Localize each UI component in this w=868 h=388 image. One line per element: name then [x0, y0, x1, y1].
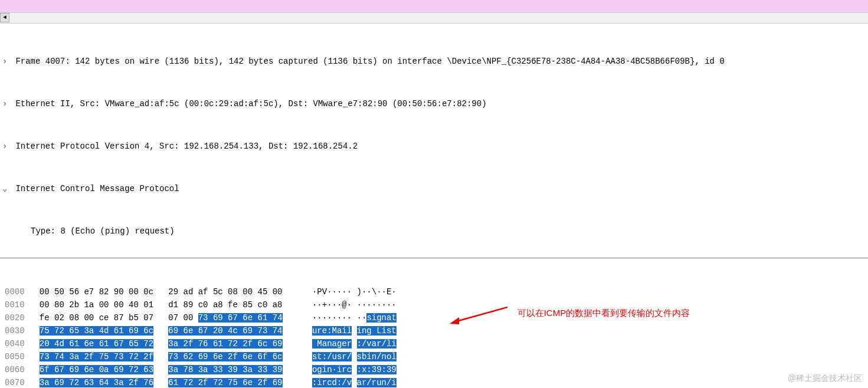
- hex-bytes: d1 89 c0 a8 fe 85 c0 a8: [168, 300, 282, 310]
- hex-row[interactable]: 0070 3a 69 72 63 64 3a 2f 76 61 72 2f 72…: [0, 376, 868, 388]
- hex-offset: 0040: [5, 339, 25, 348]
- hex-bytes: 29 ad af 5c 08 00 45 00: [168, 287, 282, 297]
- svg-marker-3: [450, 317, 459, 324]
- arrow-annotation-icon: [448, 304, 507, 328]
- hex-bytes-highlighted: 75 72 65 3a 4d 61 69 6c: [40, 326, 153, 336]
- hex-offset: 0010: [5, 300, 25, 310]
- chevron-down-icon[interactable]: ⌄: [2, 182, 11, 196]
- hex-ascii-highlighted: :x:39:39: [357, 365, 397, 374]
- chevron-right-icon[interactable]: ›: [2, 97, 11, 111]
- horizontal-scrollbar[interactable]: ◄: [0, 13, 868, 24]
- hex-row[interactable]: 0040 20 4d 61 6e 61 67 65 72 3a 2f 76 61…: [0, 337, 868, 350]
- hex-ascii-highlighted: ing List: [357, 326, 397, 336]
- hex-offset: 0020: [5, 313, 25, 323]
- tree-ethernet[interactable]: › Ethernet II, Src: VMware_ad:af:5c (00:…: [0, 97, 868, 111]
- annotation-callout: 可以在ICMP的数据中看到要传输的文件内容: [507, 294, 690, 346]
- hex-offset: 0060: [5, 365, 25, 374]
- hex-ascii-highlighted: st:/usr/: [312, 352, 352, 361]
- hex-bytes-highlighted: 20 4d 61 6e 61 67 65 72: [40, 339, 153, 348]
- packet-details-pane[interactable]: › Frame 4007: 142 bytes on wire (1136 bi…: [0, 24, 868, 258]
- tree-icmp[interactable]: ⌄ Internet Control Message Protocol: [0, 182, 868, 196]
- hex-offset: 0030: [5, 326, 25, 336]
- hex-bytes: 07 00: [168, 313, 198, 323]
- hex-ascii-highlighted: :ircd:/v: [312, 378, 352, 387]
- hex-bytes: 00 80 2b 1a 00 00 40 01: [40, 300, 153, 310]
- hex-bytes-highlighted: 3a 69 72 63 64 3a 2f 76: [40, 378, 153, 387]
- hex-ascii: ········: [312, 313, 352, 323]
- hex-offset: 0000: [5, 287, 25, 297]
- hex-ascii-highlighted: :/var/li: [357, 339, 397, 348]
- hex-bytes: 00 50 56 e7 82 90 00 0c: [40, 287, 153, 297]
- svg-line-2: [454, 307, 507, 322]
- hex-row[interactable]: 0000 00 50 56 e7 82 90 00 0c 29 ad af 5c…: [0, 285, 868, 298]
- hex-ascii-highlighted: Manager: [312, 339, 352, 348]
- hex-bytes-highlighted: 73 62 69 6e 2f 6e 6f 6c: [168, 352, 282, 361]
- chevron-right-icon[interactable]: ›: [2, 54, 11, 68]
- icmp-type[interactable]: Type: 8 (Echo (ping) request): [0, 224, 868, 238]
- hex-row[interactable]: 0060 6f 67 69 6e 0a 69 72 63 3a 78 3a 33…: [0, 363, 868, 376]
- hex-bytes-highlighted: 6f 67 69 6e 0a 69 72 63: [40, 365, 153, 374]
- hex-bytes-highlighted: 3a 78 3a 33 39 3a 33 39: [168, 365, 282, 374]
- hex-ascii-highlighted: signat: [366, 313, 396, 323]
- hex-ascii-highlighted: ure:Mail: [312, 326, 352, 336]
- hex-ascii: ········: [357, 300, 397, 310]
- hex-bytes-highlighted: 73 74 3a 2f 75 73 72 2f: [40, 352, 153, 361]
- chevron-right-icon[interactable]: ›: [2, 139, 11, 153]
- scroll-left-button[interactable]: ◄: [0, 13, 9, 22]
- hex-dump-pane[interactable]: 0000 00 50 56 e7 82 90 00 0c 29 ad af 5c…: [0, 258, 868, 388]
- hex-ascii: ··: [357, 313, 367, 323]
- hex-ascii: )··\··E·: [357, 287, 397, 297]
- hex-row[interactable]: 0050 73 74 3a 2f 75 73 72 2f 73 62 69 6e…: [0, 350, 868, 363]
- hex-ascii: ··+···@·: [312, 300, 352, 310]
- hex-ascii: ·PV·····: [312, 287, 352, 297]
- watermark: @稀土掘金技术社区: [788, 371, 862, 384]
- hex-bytes-highlighted: 61 72 2f 72 75 6e 2f 69: [168, 378, 282, 387]
- tree-ip[interactable]: › Internet Protocol Version 4, Src: 192.…: [0, 139, 868, 153]
- hex-bytes-highlighted: 73 69 67 6e 61 74: [198, 313, 283, 323]
- hex-ascii-highlighted: ogin·irc: [312, 365, 352, 374]
- hex-offset: 0050: [5, 352, 25, 361]
- hex-row[interactable]: 0020 fe 02 08 00 ce 87 b5 07 07 00 73 69…: [0, 311, 868, 324]
- hex-offset: 0070: [5, 378, 25, 387]
- hex-row[interactable]: 0030 75 72 65 3a 4d 61 69 6c 69 6e 67 20…: [0, 324, 868, 337]
- hex-row[interactable]: 0010 00 80 2b 1a 00 00 40 01 d1 89 c0 a8…: [0, 298, 868, 311]
- tree-frame[interactable]: › Frame 4007: 142 bytes on wire (1136 bi…: [0, 54, 868, 68]
- hex-bytes-highlighted: 3a 2f 76 61 72 2f 6c 69: [168, 339, 282, 348]
- hex-bytes-highlighted: 69 6e 67 20 4c 69 73 74: [168, 326, 282, 336]
- hex-ascii-highlighted: ar/run/i: [357, 378, 397, 387]
- hex-bytes: fe 02 08 00 ce 87 b5 07: [40, 313, 153, 323]
- hex-ascii-highlighted: sbin/nol: [357, 352, 397, 361]
- packet-list-row[interactable]: → 4007 1531.… 192.168.254.133 192.168.25…: [0, 0, 868, 13]
